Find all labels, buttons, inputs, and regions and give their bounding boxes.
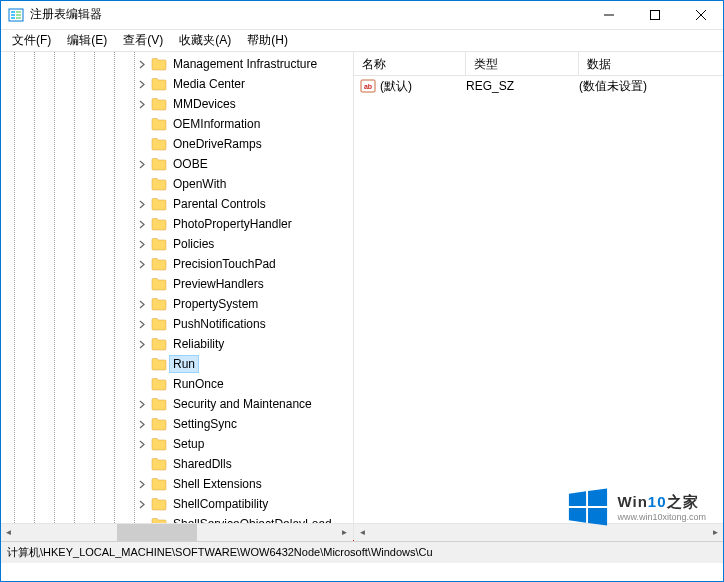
folder-icon: [151, 217, 167, 231]
tree-item[interactable]: RunOnce: [135, 374, 353, 394]
folder-icon: [151, 397, 167, 411]
tree-item-label: Security and Maintenance: [170, 396, 315, 412]
menu-help[interactable]: 帮助(H): [239, 30, 296, 51]
folder-icon: [151, 177, 167, 191]
expand-icon[interactable]: [135, 97, 149, 111]
tree-item[interactable]: Media Center: [135, 74, 353, 94]
expand-icon[interactable]: [135, 217, 149, 231]
content-area: Management InfrastructureMedia CenterMMD…: [0, 52, 724, 540]
folder-icon: [151, 337, 167, 351]
tree-horizontal-scrollbar[interactable]: ◄ ►: [0, 523, 353, 540]
tree-item-label: Shell Extensions: [170, 476, 265, 492]
tree-item-label: SettingSync: [170, 416, 240, 432]
tree-item[interactable]: SettingSync: [135, 414, 353, 434]
tree-view[interactable]: Management InfrastructureMedia CenterMMD…: [0, 52, 353, 523]
tree-item-label: OOBE: [170, 156, 211, 172]
expand-icon[interactable]: [135, 417, 149, 431]
window-controls: [586, 0, 724, 29]
tree-item[interactable]: OpenWith: [135, 174, 353, 194]
scroll-right-icon[interactable]: ►: [707, 524, 724, 541]
folder-icon: [151, 237, 167, 251]
menu-file[interactable]: 文件(F): [4, 30, 59, 51]
svg-rect-2: [11, 14, 15, 16]
values-list[interactable]: ab(默认)REG_SZ(数值未设置): [354, 76, 724, 523]
expand-icon[interactable]: [135, 337, 149, 351]
tree-item[interactable]: PreviewHandlers: [135, 274, 353, 294]
values-header: 名称 类型 数据: [354, 52, 724, 76]
tree-item[interactable]: Management Infrastructure: [135, 54, 353, 74]
tree-item[interactable]: Shell Extensions: [135, 474, 353, 494]
folder-icon: [151, 77, 167, 91]
value-row[interactable]: ab(默认)REG_SZ(数值未设置): [354, 76, 724, 96]
tree-item[interactable]: PropertySystem: [135, 294, 353, 314]
tree-item-label: ShellCompatibility: [170, 496, 271, 512]
folder-icon: [151, 297, 167, 311]
value-type: REG_SZ: [466, 79, 579, 93]
tree-item-label: OneDriveRamps: [170, 136, 265, 152]
tree-item[interactable]: SharedDlls: [135, 454, 353, 474]
svg-rect-4: [16, 11, 21, 13]
scroll-left-icon[interactable]: ◄: [354, 524, 371, 541]
tree-item[interactable]: PrecisionTouchPad: [135, 254, 353, 274]
tree-item[interactable]: OneDriveRamps: [135, 134, 353, 154]
tree-item[interactable]: OEMInformation: [135, 114, 353, 134]
tree-item[interactable]: Reliability: [135, 334, 353, 354]
tree-item[interactable]: Parental Controls: [135, 194, 353, 214]
expand-icon[interactable]: [135, 257, 149, 271]
expand-icon[interactable]: [135, 477, 149, 491]
column-name[interactable]: 名称: [354, 52, 466, 75]
tree-item[interactable]: Security and Maintenance: [135, 394, 353, 414]
minimize-button[interactable]: [586, 0, 632, 30]
window-title: 注册表编辑器: [30, 6, 586, 23]
values-horizontal-scrollbar[interactable]: ◄ ►: [354, 523, 724, 540]
tree-item-label: Management Infrastructure: [170, 56, 320, 72]
tree-item[interactable]: ShellServiceObjectDelayLoad: [135, 514, 353, 523]
folder-icon: [151, 257, 167, 271]
column-type[interactable]: 类型: [466, 52, 579, 75]
tree-item[interactable]: PhotoPropertyHandler: [135, 214, 353, 234]
tree-item[interactable]: ShellCompatibility: [135, 494, 353, 514]
tree-item-label: Reliability: [170, 336, 227, 352]
menu-favorites[interactable]: 收藏夹(A): [171, 30, 239, 51]
folder-icon: [151, 157, 167, 171]
titlebar: 注册表编辑器: [0, 0, 724, 30]
menu-edit[interactable]: 编辑(E): [59, 30, 115, 51]
svg-text:ab: ab: [364, 83, 372, 90]
tree-item-label: Run: [170, 356, 198, 372]
expand-icon[interactable]: [135, 437, 149, 451]
scroll-thumb[interactable]: [371, 524, 707, 541]
tree-item-label: Policies: [170, 236, 217, 252]
expand-icon[interactable]: [135, 317, 149, 331]
tree-item[interactable]: PushNotifications: [135, 314, 353, 334]
folder-icon: [151, 377, 167, 391]
expand-icon[interactable]: [135, 237, 149, 251]
svg-rect-5: [16, 14, 21, 16]
tree-item-label: ShellServiceObjectDelayLoad: [170, 516, 335, 523]
tree-item[interactable]: MMDevices: [135, 94, 353, 114]
expand-icon[interactable]: [135, 77, 149, 91]
scroll-thumb[interactable]: [117, 524, 197, 541]
folder-icon: [151, 97, 167, 111]
column-data[interactable]: 数据: [579, 52, 724, 75]
expand-icon[interactable]: [135, 157, 149, 171]
regedit-icon: [8, 7, 24, 23]
tree-item-label: PhotoPropertyHandler: [170, 216, 295, 232]
close-button[interactable]: [678, 0, 724, 30]
svg-rect-3: [11, 17, 15, 19]
tree-item[interactable]: OOBE: [135, 154, 353, 174]
svg-rect-1: [11, 11, 15, 13]
folder-icon: [151, 477, 167, 491]
expand-icon[interactable]: [135, 197, 149, 211]
expand-icon[interactable]: [135, 397, 149, 411]
tree-item[interactable]: Run: [135, 354, 353, 374]
scroll-left-icon[interactable]: ◄: [0, 524, 17, 541]
maximize-button[interactable]: [632, 0, 678, 30]
expand-icon[interactable]: [135, 297, 149, 311]
scroll-right-icon[interactable]: ►: [336, 524, 353, 541]
expand-icon[interactable]: [135, 497, 149, 511]
tree-item[interactable]: Setup: [135, 434, 353, 454]
tree-item[interactable]: Policies: [135, 234, 353, 254]
menu-view[interactable]: 查看(V): [115, 30, 171, 51]
expand-icon[interactable]: [135, 57, 149, 71]
value-name: (默认): [380, 78, 466, 95]
